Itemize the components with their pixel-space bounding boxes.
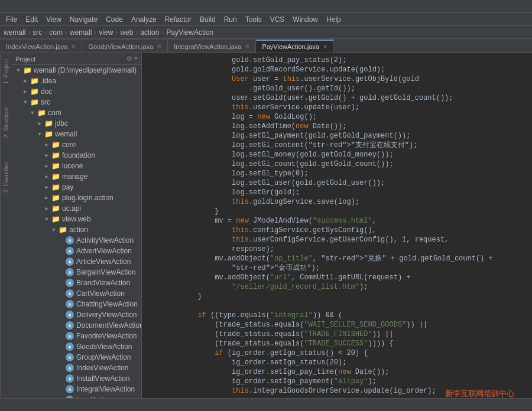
code-line: (trade_status.equals("TRADE_FINISHED")) … xyxy=(142,330,532,339)
tree-item-label: action xyxy=(69,226,88,234)
code-line-content: if (ig_order.getIgo_status() < 20) { xyxy=(142,348,368,358)
code-line: response); xyxy=(142,244,532,254)
code-line: log.setGl_type(0); xyxy=(142,169,532,178)
tree-item-label: IndexViewAction xyxy=(76,364,129,372)
structure-label: 2: Structure xyxy=(3,107,9,138)
tree-item[interactable]: ADocumentViewAction xyxy=(12,320,141,331)
project-sidebar[interactable]: Project ⚙ ≡ ▼📁wemall (D:\myeclipse\git\w… xyxy=(12,53,142,411)
code-line: ig_order.setIgo_status(20); xyxy=(142,358,532,367)
breadcrumb-item: wemall xyxy=(70,28,92,37)
tree-item[interactable]: ▼📁view.web xyxy=(12,214,141,224)
tree-item[interactable]: ABrandViewAction xyxy=(12,278,141,288)
tree-item[interactable]: AActivityViewAction xyxy=(12,235,141,246)
code-line: log.setGl_money(gold.getGold_money()); xyxy=(142,150,532,159)
tree-item[interactable]: AGroupViewAction xyxy=(12,352,141,363)
tab-integralviewaction[interactable]: IntegralViewAction.java✕ xyxy=(168,40,256,53)
tree-item[interactable]: ►📁jdbc xyxy=(12,118,141,129)
code-line: .getGold_user().getId()); xyxy=(142,84,532,93)
tree-item[interactable]: ►📁manage xyxy=(12,171,141,182)
menu-item-help[interactable]: Help xyxy=(323,14,345,25)
tree-item[interactable]: AIntegralViewAction xyxy=(12,384,141,394)
tab-close-icon[interactable]: ✕ xyxy=(323,44,327,50)
menu-item-vcs[interactable]: VCS xyxy=(267,14,288,25)
breadcrumb-separator: › xyxy=(65,28,67,37)
tree-item[interactable]: AIndexViewAction xyxy=(12,363,141,373)
file-tree[interactable]: ▼📁wemall (D:\myeclipse\git\wemall)►📁.ide… xyxy=(12,65,141,411)
menu-item-navigate[interactable]: Navigate xyxy=(66,14,101,25)
code-content: gold.setGold_pay_status(2); gold.goldRec… xyxy=(142,56,532,396)
tree-item[interactable]: AAdvertViewAction xyxy=(12,246,141,256)
code-line-content: } xyxy=(142,207,219,216)
breadcrumb-item: com xyxy=(49,28,63,37)
action-icon: A xyxy=(65,310,74,319)
menu-item-build[interactable]: Build xyxy=(196,14,219,25)
tree-item[interactable]: ▼📁wemall (D:\myeclipse\git\wemall) xyxy=(12,65,141,76)
tree-item[interactable]: ▼📁src xyxy=(12,97,141,107)
tree-item[interactable]: AGoodsViewAction xyxy=(12,341,141,352)
tree-item[interactable]: ▼📁action xyxy=(12,224,141,235)
tree-item[interactable]: ►📁plug.login.action xyxy=(12,193,141,203)
code-line: mv.addObject("url", CommUtil.getURL(requ… xyxy=(142,273,532,282)
menu-item-view[interactable]: View xyxy=(43,14,65,25)
code-line-content: ig_order.setIgo_payment("alipay"); xyxy=(142,377,377,386)
code-line-content: gold.goldRecordService.update(gold); xyxy=(142,65,385,74)
code-line: gold.goldRecordService.update(gold); xyxy=(142,65,532,74)
tree-item[interactable]: ►📁.idea xyxy=(12,76,141,86)
tree-arrow-icon: ► xyxy=(43,152,51,158)
tree-item[interactable]: ACartViewAction xyxy=(12,288,141,299)
menu-item-file[interactable]: File xyxy=(2,14,21,25)
action-icon: A xyxy=(65,363,74,373)
tree-item[interactable]: ADeliveryViewAction xyxy=(12,309,141,320)
tree-item[interactable]: ►📁doc xyxy=(12,86,141,97)
code-line-content: ig_order.setIgo_pay_time(new Date()); xyxy=(142,367,389,377)
code-editor[interactable]: gold.setGold_pay_status(2); gold.goldRec… xyxy=(142,53,532,411)
tab-goodsviewaction[interactable]: GoodsViewAction.java✕ xyxy=(82,40,168,53)
breadcrumb-separator: › xyxy=(28,28,30,37)
tab-close-icon[interactable]: ✕ xyxy=(157,43,161,50)
code-line: if (ig_order.getIgo_status() < 20) { xyxy=(142,348,532,358)
code-line-content: this.goldLogService.save(log); xyxy=(142,197,359,207)
tab-payviewaction[interactable]: PayViewAction.java✕ xyxy=(256,40,333,53)
tree-item[interactable]: ►📁lucene xyxy=(12,161,141,171)
tab-close-icon[interactable]: ✕ xyxy=(245,43,249,50)
tree-item[interactable]: ▼📁wemall xyxy=(12,129,141,139)
tree-item[interactable]: AInstallViewAction xyxy=(12,373,141,384)
code-line-content: this.userConfigService.getUserConfig(), … xyxy=(142,235,449,244)
code-line-content: .getGold_user().getId()); xyxy=(142,84,355,93)
breadcrumb-bar: wemall › src › com › wemall › view › web… xyxy=(0,26,532,39)
tree-arrow-icon: ▼ xyxy=(50,227,58,233)
code-line-content: mv = new JModelAndView("success.html", xyxy=(142,216,377,226)
tab-indexviewaction[interactable]: IndexViewAction.java✕ xyxy=(0,40,82,53)
tree-item[interactable]: ▼📁com xyxy=(12,107,141,118)
menu-item-refactor[interactable]: Refactor xyxy=(161,14,195,25)
menu-item-edit[interactable]: Edit xyxy=(22,14,41,25)
menu-item-run[interactable]: Run xyxy=(220,14,241,25)
breadcrumb-separator: › xyxy=(115,28,118,37)
tree-item[interactable]: ►📁foundation xyxy=(12,150,141,161)
tab-close-icon[interactable]: ✕ xyxy=(71,43,76,50)
menu-item-tools[interactable]: Tools xyxy=(242,14,265,25)
code-line-content: log.setGl_count(gold.getGold_count()); xyxy=(142,159,394,169)
menu-item-code[interactable]: Code xyxy=(102,14,126,25)
tree-item[interactable]: AArticleViewAction xyxy=(12,256,141,267)
folder-icon: 📁 xyxy=(51,161,60,171)
tree-item-label: pay xyxy=(62,183,73,191)
tree-item-label: uc.api xyxy=(62,204,81,213)
tree-item[interactable]: ►📁uc.api xyxy=(12,203,141,214)
main-layout: 1: Project 2: Structure 2: Favorites Pro… xyxy=(0,53,532,411)
tree-item-label: BrandViewAction xyxy=(76,279,130,287)
menu-item-analyze[interactable]: Analyze xyxy=(128,14,160,25)
action-icon: A xyxy=(65,331,74,341)
code-line: this.configService.getSysConfig(), xyxy=(142,226,532,235)
tree-arrow-icon: ▼ xyxy=(43,216,51,222)
tree-item-label: DocumentViewAction xyxy=(76,321,142,330)
tree-item[interactable]: ►📁pay xyxy=(12,182,141,193)
tree-item[interactable]: AChattingViewAction xyxy=(12,299,141,309)
action-icon: A xyxy=(65,278,74,288)
tree-item[interactable]: ►📁core xyxy=(12,139,141,150)
code-line-content: (trade_status.equals("TRADE_FINISHED")) … xyxy=(142,330,394,339)
tree-item[interactable]: AFavoriteViewAction xyxy=(12,331,141,341)
sidebar-header: Project ⚙ ≡ xyxy=(12,53,141,65)
menu-item-window[interactable]: Window xyxy=(289,14,322,25)
tree-item[interactable]: ABargainViewAction xyxy=(12,267,141,278)
